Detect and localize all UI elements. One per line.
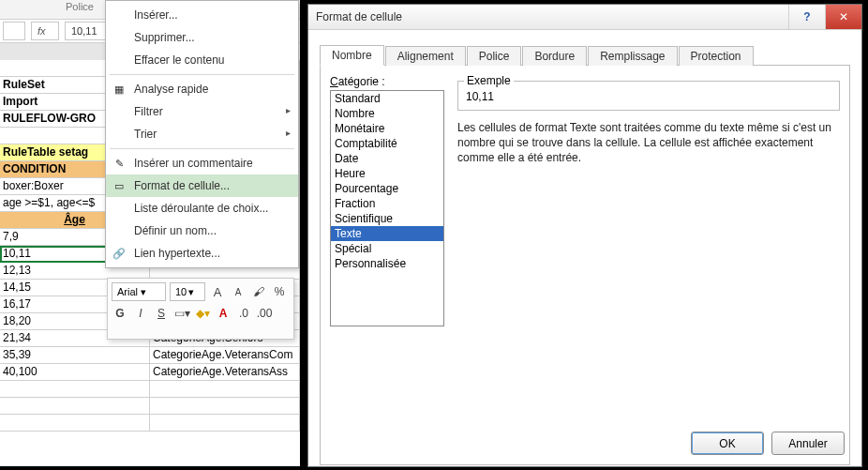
ok-button[interactable]: OK — [691, 432, 764, 455]
menu-label: Liste déroulante de choix... — [134, 202, 268, 215]
menu-icon: ▦ — [112, 82, 127, 97]
menu-item[interactable]: Supprimer... — [106, 26, 298, 49]
bold-button[interactable]: G — [112, 305, 128, 322]
row-35-39: 35,39CategorieAge.VeteransCom — [0, 347, 300, 364]
example-label: Exemple — [464, 74, 514, 87]
menu-label: Format de cellule... — [134, 179, 230, 192]
menu-item[interactable]: Définir un nom... — [106, 220, 298, 242]
mini-toolbar: Arial ▾ 10 ▾ A A 🖌 % G I S ▭▾ ◆▾ A .0 .0… — [107, 278, 294, 340]
menu-item[interactable]: Effacer le contenu — [106, 49, 298, 71]
tab-protection[interactable]: Protection — [679, 46, 754, 66]
name-box[interactable] — [3, 22, 25, 40]
decimal-less-icon[interactable]: .0 — [235, 305, 252, 322]
menu-label: Supprimer... — [134, 31, 195, 44]
format-description: Les cellules de format Texte sont traité… — [457, 120, 840, 166]
dialog-title: Format de cellule — [308, 10, 788, 23]
fx-label[interactable]: fx — [31, 22, 59, 40]
help-button[interactable]: ? — [788, 5, 825, 29]
menu-icon — [112, 53, 127, 68]
menu-icon — [112, 201, 127, 216]
menu-icon — [112, 104, 127, 119]
menu-label: Insérer un commentaire — [134, 157, 253, 170]
menu-icon: ✎ — [112, 156, 127, 171]
font-size-box[interactable]: 10 ▾ — [170, 282, 205, 301]
category-option[interactable]: Standard — [331, 91, 443, 106]
menu-item[interactable]: Insérer... — [106, 4, 298, 26]
menu-label: Insérer... — [134, 8, 178, 22]
category-listbox[interactable]: StandardNombreMonétaireComptabilitéDateH… — [330, 90, 444, 326]
category-option[interactable]: Nombre — [331, 106, 443, 121]
menu-label: Trier — [134, 128, 157, 141]
category-option[interactable]: Monétaire — [331, 121, 443, 136]
menu-label: Analyse rapide — [134, 83, 208, 96]
font-family-box[interactable]: Arial ▾ — [112, 282, 166, 301]
category-option[interactable]: Personnalisée — [331, 256, 443, 271]
italic-button[interactable]: I — [132, 305, 149, 322]
menu-icon — [112, 127, 127, 142]
menu-icon: ▭ — [112, 178, 127, 193]
context-menu: Insérer...Supprimer...Effacer le contenu… — [105, 0, 299, 268]
menu-item[interactable]: ▦Analyse rapide — [106, 78, 298, 100]
format-cells-dialog: Format de cellule ? ✕ NombreAlignementPo… — [307, 4, 862, 467]
decimal-more-icon[interactable]: .00 — [256, 305, 273, 322]
category-label: Catégorie : — [330, 75, 444, 88]
tab-nombre[interactable]: Nombre — [320, 45, 384, 66]
shrink-font-icon[interactable]: A — [230, 283, 247, 300]
menu-label: Définir un nom... — [134, 224, 217, 237]
grow-font-icon[interactable]: A — [209, 283, 226, 300]
cancel-button[interactable]: Annuler — [771, 432, 845, 455]
menu-item[interactable]: ✎Insérer un commentaire — [106, 152, 298, 174]
underline-button[interactable]: S — [153, 305, 170, 322]
close-button[interactable]: ✕ — [825, 5, 861, 29]
tab-police[interactable]: Police — [467, 46, 522, 66]
tab-alignement[interactable]: Alignement — [385, 46, 466, 66]
format-painter-icon[interactable]: 🖌 — [250, 283, 267, 300]
category-option[interactable]: Date — [331, 151, 443, 166]
category-option[interactable]: Spécial — [331, 241, 443, 256]
category-option[interactable]: Fraction — [331, 196, 443, 211]
menu-label: Filtrer — [134, 105, 163, 118]
category-option[interactable]: Texte — [331, 226, 443, 241]
category-option[interactable]: Pourcentage — [331, 181, 443, 196]
font-color-button[interactable]: A — [215, 305, 232, 322]
menu-icon — [112, 8, 127, 23]
category-option[interactable]: Scientifique — [331, 211, 443, 226]
menu-icon: 🔗 — [112, 246, 127, 261]
row-40-100: 40,100CategorieAge.VeteransAss — [0, 364, 300, 381]
menu-icon — [112, 223, 127, 238]
tab-remplissage[interactable]: Remplissage — [588, 46, 677, 66]
example-box: Exemple 10,11 — [457, 81, 840, 111]
category-option[interactable]: Heure — [331, 166, 443, 181]
dialog-tabs: NombreAlignementPoliceBordureRemplissage… — [308, 30, 861, 65]
category-option[interactable]: Comptabilité — [331, 136, 443, 151]
fill-color-button[interactable]: ◆▾ — [194, 305, 211, 322]
menu-label: Effacer le contenu — [134, 53, 225, 67]
tab-bordure[interactable]: Bordure — [522, 46, 587, 66]
menu-item[interactable]: 🔗Lien hypertexte... — [106, 242, 298, 265]
menu-item[interactable]: ▭Format de cellule... — [106, 174, 298, 197]
menu-item[interactable]: Filtrer — [106, 100, 298, 123]
percent-icon[interactable]: % — [271, 283, 288, 300]
menu-item[interactable]: Trier — [106, 123, 298, 145]
menu-label: Lien hypertexte... — [134, 247, 220, 260]
tab-panel-number: Catégorie : StandardNombreMonétaireCompt… — [320, 65, 850, 465]
example-value: 10,11 — [466, 84, 831, 103]
dialog-titlebar: Format de cellule ? ✕ — [308, 5, 861, 30]
menu-item[interactable]: Liste déroulante de choix... — [106, 197, 298, 220]
ribbon-group-label: Police — [0, 1, 94, 12]
border-button[interactable]: ▭▾ — [173, 305, 190, 322]
menu-icon — [112, 30, 127, 45]
